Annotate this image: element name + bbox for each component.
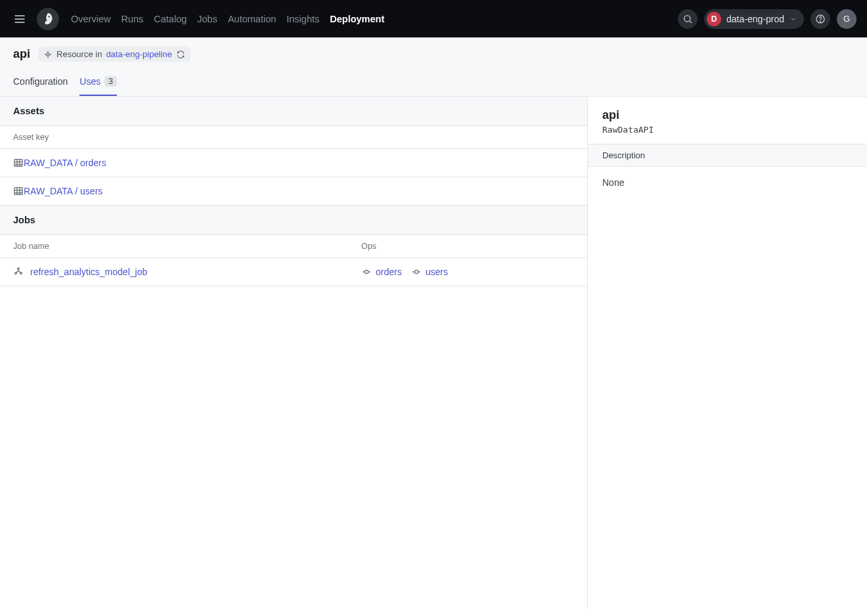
op-link[interactable]: orders	[376, 267, 402, 277]
op-item[interactable]: orders	[361, 267, 402, 277]
svg-point-4	[684, 15, 690, 21]
detail-header: api RawDataAPI	[588, 97, 867, 144]
search-icon	[682, 14, 693, 24]
svg-point-32	[414, 270, 418, 273]
page-title: api	[13, 47, 30, 61]
refresh-icon	[176, 50, 185, 59]
help-icon	[815, 14, 826, 24]
svg-point-3	[49, 16, 50, 17]
tabs: Configuration Uses 3	[13, 70, 854, 96]
detail-subtitle: RawDataAPI	[602, 125, 853, 135]
jobs-header: Jobs	[0, 206, 587, 235]
nav-catalog[interactable]: Catalog	[154, 14, 187, 24]
svg-rect-8	[47, 53, 49, 56]
resource-icon	[43, 50, 53, 59]
subheader: api Resource in data-eng-pipeline Config…	[0, 37, 867, 97]
detail-title: api	[602, 108, 853, 122]
hamburger-icon	[13, 12, 26, 26]
assets-header: Assets	[0, 97, 587, 126]
chevron-down-icon	[789, 15, 797, 23]
tab-uses-label: Uses	[79, 76, 100, 87]
tab-uses-count: 3	[104, 76, 117, 87]
logo-icon	[41, 12, 55, 26]
asset-row[interactable]: RAW_DATA / users	[0, 177, 587, 206]
chip-prefix: Resource in	[56, 49, 102, 59]
op-icon	[361, 267, 372, 277]
svg-line-27	[16, 271, 18, 272]
detail-section-label: Description	[588, 144, 867, 167]
asset-row[interactable]: RAW_DATA / orders	[0, 149, 587, 177]
svg-point-7	[820, 20, 820, 21]
nav-overview[interactable]: Overview	[71, 14, 110, 24]
svg-rect-13	[14, 160, 22, 167]
op-item[interactable]: users	[411, 267, 448, 277]
op-link[interactable]: users	[426, 267, 448, 277]
table-icon	[13, 186, 24, 196]
nav-deployment[interactable]: Deployment	[330, 14, 384, 24]
deployment-badge: D	[707, 12, 721, 26]
nav-insights[interactable]: Insights	[286, 14, 319, 24]
assets-col-key: Asset key	[13, 133, 49, 142]
deployment-name: data-eng-prod	[726, 14, 784, 24]
asset-link[interactable]: RAW_DATA / orders	[24, 158, 106, 168]
main: Assets Asset key RAW_DATA / orders RAW_D…	[0, 97, 867, 608]
resource-chip[interactable]: Resource in data-eng-pipeline	[38, 47, 190, 62]
help-button[interactable]	[811, 9, 830, 29]
tab-configuration[interactable]: Configuration	[13, 70, 68, 96]
tab-configuration-label: Configuration	[13, 76, 68, 87]
avatar[interactable]: G	[837, 9, 856, 29]
svg-point-25	[20, 273, 22, 275]
svg-point-29	[365, 270, 368, 273]
topnav: Overview Runs Catalog Jobs Automation In…	[0, 0, 867, 37]
logo[interactable]	[37, 8, 59, 30]
nav-jobs[interactable]: Jobs	[197, 14, 217, 24]
svg-line-5	[690, 21, 692, 23]
op-icon	[411, 267, 422, 277]
job-icon	[13, 267, 24, 277]
tab-uses[interactable]: Uses 3	[79, 70, 117, 96]
assets-col-header: Asset key	[0, 126, 587, 149]
svg-rect-18	[14, 188, 22, 195]
deployment-selector[interactable]: D data-eng-prod	[704, 9, 804, 29]
nav-links: Overview Runs Catalog Jobs Automation In…	[71, 14, 384, 24]
search-button[interactable]	[678, 9, 698, 29]
svg-point-24	[15, 273, 17, 275]
job-link[interactable]: refresh_analytics_model_job	[30, 267, 147, 277]
left-pane: Assets Asset key RAW_DATA / orders RAW_D…	[0, 97, 588, 608]
nav-runs[interactable]: Runs	[121, 14, 143, 24]
nav-right: D data-eng-prod G	[678, 9, 856, 29]
menu-toggle[interactable]	[11, 10, 29, 28]
job-row: refresh_analytics_model_job orders users	[0, 258, 587, 286]
breadcrumb: api Resource in data-eng-pipeline	[13, 47, 854, 70]
svg-line-28	[18, 271, 21, 272]
detail-body: None	[588, 167, 867, 198]
chip-link[interactable]: data-eng-pipeline	[106, 49, 171, 59]
table-icon	[13, 158, 24, 168]
right-pane: api RawDataAPI Description None	[588, 97, 867, 608]
jobs-col-header: Job name Ops	[0, 235, 587, 258]
jobs-col-name: Job name	[13, 242, 361, 251]
nav-automation[interactable]: Automation	[228, 14, 276, 24]
jobs-col-ops: Ops	[361, 242, 574, 251]
svg-point-23	[18, 268, 20, 270]
asset-link[interactable]: RAW_DATA / users	[24, 186, 102, 196]
